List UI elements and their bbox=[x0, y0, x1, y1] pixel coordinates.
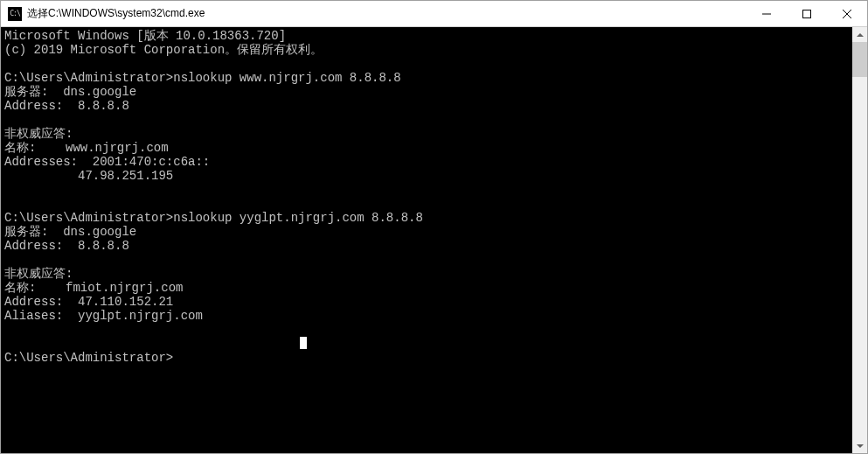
cmd-window: C:\ 选择C:\WINDOWS\system32\cmd.exe Micros… bbox=[0, 0, 868, 454]
maximize-button[interactable] bbox=[787, 1, 827, 26]
cmd-icon: C:\ bbox=[8, 7, 22, 21]
minimize-button[interactable] bbox=[746, 1, 787, 26]
vertical-scrollbar[interactable] bbox=[852, 27, 867, 453]
scroll-down-button[interactable] bbox=[852, 438, 867, 453]
scroll-up-button[interactable] bbox=[852, 27, 867, 42]
titlebar[interactable]: C:\ 选择C:\WINDOWS\system32\cmd.exe bbox=[1, 1, 867, 27]
svg-rect-1 bbox=[803, 10, 811, 17]
chevron-up-icon bbox=[857, 33, 864, 37]
chevron-down-icon bbox=[857, 444, 864, 448]
window-controls bbox=[746, 1, 867, 26]
close-button[interactable] bbox=[827, 1, 867, 26]
window-title: 选择C:\WINDOWS\system32\cmd.exe bbox=[27, 6, 746, 21]
scrollbar-thumb[interactable] bbox=[852, 42, 867, 77]
terminal-area: Microsoft Windows [版本 10.0.18363.720] (c… bbox=[1, 27, 867, 453]
terminal-output[interactable]: Microsoft Windows [版本 10.0.18363.720] (c… bbox=[1, 27, 852, 453]
text-cursor bbox=[300, 337, 307, 349]
maximize-icon bbox=[802, 10, 811, 18]
scrollbar-track[interactable] bbox=[852, 42, 867, 438]
close-icon bbox=[843, 10, 851, 18]
minimize-icon bbox=[762, 10, 771, 18]
